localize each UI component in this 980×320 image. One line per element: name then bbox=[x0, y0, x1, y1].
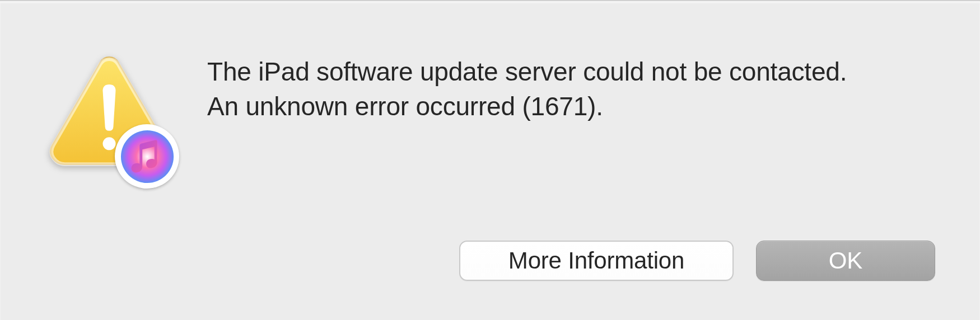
dialog-buttons: More Information OK bbox=[45, 241, 935, 286]
svg-point-1 bbox=[120, 130, 173, 182]
alert-dialog: The iPad software update server could no… bbox=[0, 0, 980, 320]
dialog-icon bbox=[45, 51, 174, 180]
svg-point-0 bbox=[103, 137, 116, 150]
message-line-2: An unknown error occurred (1671). bbox=[207, 89, 935, 124]
ok-button[interactable]: OK bbox=[756, 241, 935, 281]
music-note-icon bbox=[120, 129, 175, 184]
itunes-badge-icon bbox=[115, 124, 179, 189]
dialog-content: The iPad software update server could no… bbox=[45, 40, 935, 241]
message-line-1: The iPad software update server could no… bbox=[207, 54, 935, 89]
dialog-message: The iPad software update server could no… bbox=[207, 40, 935, 124]
more-information-button[interactable]: More Information bbox=[459, 241, 734, 281]
